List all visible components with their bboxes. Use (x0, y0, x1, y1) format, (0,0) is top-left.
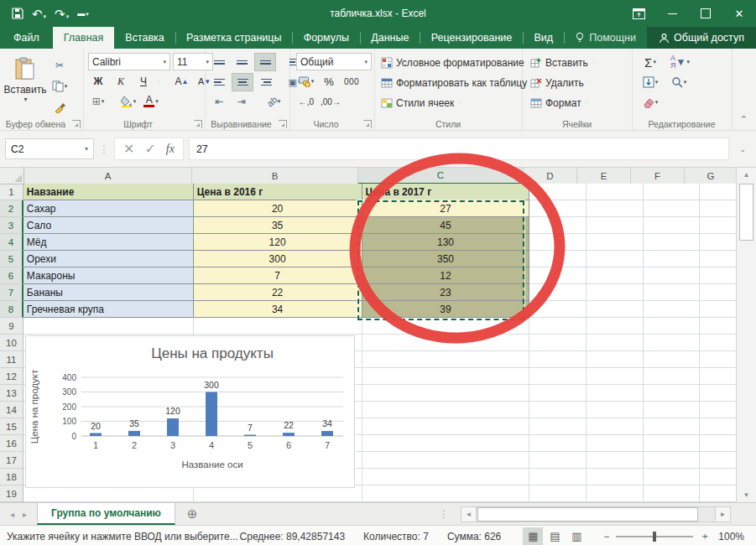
column-header-C[interactable]: C (358, 168, 524, 184)
bold-button[interactable]: Ж (88, 73, 108, 90)
name-box[interactable]: C2▾ (5, 138, 94, 159)
close-button[interactable]: ✕ (722, 0, 756, 27)
cell-C9[interactable] (362, 318, 530, 335)
font-color-button[interactable]: А▾ (141, 93, 161, 110)
fill-color-button[interactable]: ▾ (118, 93, 138, 110)
vertical-scrollbar[interactable]: ▲ ▼ (736, 168, 756, 502)
cell-E4[interactable] (587, 234, 644, 251)
cut-button[interactable]: ✂ (50, 57, 70, 74)
collapse-ribbon-icon[interactable]: ⌃ (740, 114, 748, 125)
cell-A1[interactable]: Навзание (23, 184, 194, 200)
maximize-button[interactable] (689, 0, 722, 27)
copy-button[interactable]: ▾ (50, 78, 70, 95)
cell-F9[interactable] (644, 318, 701, 335)
redo-button[interactable]: ↷▾ (55, 8, 69, 20)
cell-B7[interactable]: 22 (194, 284, 362, 301)
row-header-6[interactable]: 6 (0, 267, 23, 284)
row-header-11[interactable]: 11 (0, 351, 23, 368)
cell-C19[interactable] (362, 485, 530, 502)
font-name-combo[interactable]: Calibri▾ (88, 53, 170, 70)
cell-C12[interactable] (362, 368, 530, 385)
column-header-G[interactable]: G (685, 168, 738, 184)
cell-D6[interactable] (529, 267, 587, 284)
splitter-dots-icon[interactable]: ⋮ (439, 508, 449, 520)
add-sheet-button[interactable]: ⊕ (187, 503, 198, 525)
cell-F3[interactable] (644, 217, 701, 234)
fill-button[interactable]: ▾ (640, 74, 660, 91)
cell-E2[interactable] (587, 200, 644, 217)
cell-E12[interactable] (587, 368, 644, 385)
cell-F17[interactable] (644, 452, 701, 469)
cell-F7[interactable] (644, 284, 701, 301)
tab-insert[interactable]: Вставка (114, 27, 175, 49)
cell-E16[interactable] (587, 435, 644, 452)
clear-button[interactable]: ▾ (640, 94, 660, 111)
number-format-combo[interactable]: Общий▾ (296, 53, 372, 70)
cell-A6[interactable]: Макароны (23, 267, 194, 284)
align-left-button[interactable] (209, 74, 229, 91)
row-header-14[interactable]: 14 (0, 402, 23, 418)
zoom-slider-thumb[interactable] (653, 532, 656, 542)
row-header-13[interactable]: 13 (0, 385, 23, 402)
row-header-2[interactable]: 2 (0, 200, 23, 217)
cell-D1[interactable] (529, 184, 587, 200)
cell-A5[interactable]: Орехи (23, 251, 194, 267)
conditional-formatting-button[interactable]: Условное форматирование▾ (381, 54, 531, 71)
orientation-button[interactable]: ab▾ (263, 93, 284, 110)
cell-F16[interactable] (644, 435, 701, 452)
column-header-F[interactable]: F (631, 168, 685, 184)
row-header-5[interactable]: 5 (0, 251, 23, 267)
cell-D11[interactable] (529, 351, 587, 368)
cell-styles-button[interactable]: Стили ячеек▾ (381, 94, 461, 112)
cell-F12[interactable] (644, 368, 701, 385)
align-right-button[interactable] (256, 74, 276, 91)
cell-E15[interactable] (587, 418, 644, 435)
cell-E18[interactable] (587, 469, 644, 485)
cell-A8[interactable]: Гречневая крупа (23, 301, 194, 318)
cell-D9[interactable] (529, 318, 587, 335)
column-header-B[interactable]: B (192, 168, 358, 184)
clipboard-dialog-launcher-icon[interactable] (72, 120, 81, 128)
horizontal-scroll-thumb[interactable] (477, 507, 698, 522)
save-icon[interactable] (12, 8, 23, 19)
cell-F18[interactable] (644, 469, 701, 485)
cell-F10[interactable] (644, 335, 701, 351)
cell-D10[interactable] (529, 335, 587, 351)
sheet-nav-arrows[interactable]: ◂▸ (0, 503, 37, 525)
cell-D13[interactable] (529, 385, 587, 402)
cell-F19[interactable] (644, 485, 701, 502)
cell-F15[interactable] (644, 418, 701, 435)
cell-C5[interactable]: 350 (362, 251, 530, 267)
cell-F5[interactable] (644, 251, 701, 267)
cell-E1[interactable] (587, 184, 644, 200)
cell-E13[interactable] (587, 385, 644, 402)
cell-B3[interactable]: 35 (194, 217, 362, 234)
cell-C14[interactable] (362, 402, 530, 418)
cell-F6[interactable] (644, 267, 701, 284)
cell-B1[interactable]: Цена в 2016 г (194, 184, 362, 200)
page-layout-view-icon[interactable]: ▤ (545, 527, 565, 545)
cell-C4[interactable]: 130 (362, 234, 530, 251)
cell-A19[interactable] (23, 485, 194, 502)
paste-button[interactable]: Вставить ▾ (3, 52, 47, 119)
cell-D4[interactable] (529, 234, 587, 251)
cell-F1[interactable] (644, 184, 701, 200)
sheet-tab[interactable]: Группа по умолчанию (37, 503, 175, 525)
column-header-A[interactable]: A (24, 168, 192, 184)
cell-E3[interactable] (587, 217, 644, 234)
row-header-10[interactable]: 10 (0, 335, 23, 351)
underline-button[interactable]: Ч (133, 73, 154, 90)
format-as-table-button[interactable]: Форматировать как таблицу▾ (381, 74, 534, 91)
cell-E11[interactable] (587, 351, 644, 368)
cell-D17[interactable] (529, 452, 587, 469)
cell-C13[interactable] (362, 385, 530, 402)
align-center-button[interactable] (232, 73, 253, 91)
cell-C16[interactable] (362, 435, 530, 452)
column-header-E[interactable]: E (577, 168, 631, 184)
cell-E7[interactable] (587, 284, 644, 301)
delete-cells-button[interactable]: Удалить▾ (530, 74, 591, 91)
ribbon-display-options-icon[interactable] (622, 0, 655, 27)
find-select-button[interactable]: ▾ (669, 74, 689, 91)
undo-button[interactable]: ↶▾ (32, 8, 46, 20)
cell-C1[interactable]: Цена в 2017 г (362, 184, 530, 200)
